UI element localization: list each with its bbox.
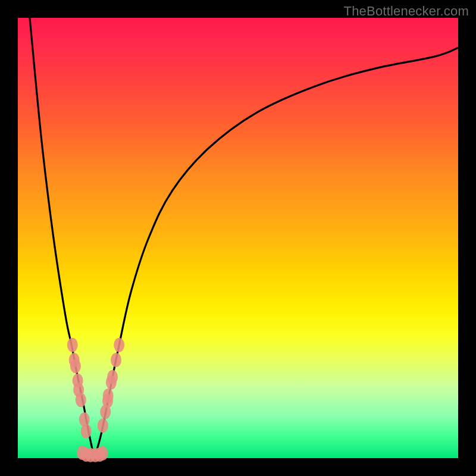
watermark-text: TheBottlenecker.com: [344, 4, 469, 19]
curve-left: [30, 18, 93, 455]
marker-dot: [114, 338, 124, 352]
marker-dot: [67, 338, 78, 352]
chart-frame: TheBottlenecker.com: [0, 0, 476, 476]
marker-dot: [111, 353, 121, 367]
marker-dot: [98, 446, 108, 461]
marker-dot: [103, 389, 114, 403]
marker-dot: [70, 359, 81, 373]
marker-dot: [79, 412, 90, 427]
marker-dot: [107, 370, 118, 384]
marker-dot: [81, 424, 92, 439]
curve-right: [95, 48, 458, 455]
plot-area: [18, 18, 458, 458]
marker-group: [67, 338, 124, 462]
marker-dot: [76, 393, 86, 407]
chart-svg: [18, 18, 458, 458]
marker-dot: [98, 418, 108, 433]
